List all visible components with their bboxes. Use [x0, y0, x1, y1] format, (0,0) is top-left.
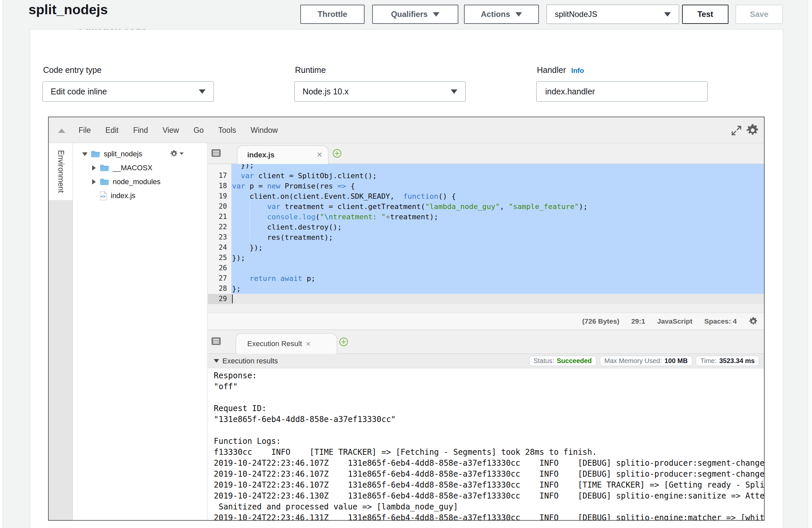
menu-item-view[interactable]: View — [162, 126, 179, 135]
code-line-content: client.on(client.Event.SDK_READY, functi… — [231, 191, 764, 201]
log-line: Request ID: — [214, 403, 764, 414]
chevron-open-icon[interactable] — [82, 151, 88, 157]
code-line-content: res(treatment); — [231, 232, 764, 243]
menu-item-find[interactable]: Find — [133, 126, 149, 135]
code-line-23[interactable]: 23 res(treatment); — [208, 232, 764, 243]
page-scrollbar-track[interactable] — [808, 0, 812, 528]
tree-item-node-modules[interactable]: node_modules — [73, 175, 207, 189]
code-line-20[interactable]: 20 var treatment = client.getTreatment("… — [208, 201, 764, 212]
chevron-down-icon — [664, 12, 671, 17]
test-event-select[interactable]: splitNodeJS — [547, 5, 679, 24]
execution-results-output[interactable]: Response:"off" Request ID:"131e865f-6eb4… — [208, 368, 764, 520]
tree-item-split-nodejs[interactable]: split_nodejs — [73, 147, 207, 161]
left-page-edge — [0, 0, 3, 528]
collapse-results-icon[interactable] — [214, 359, 219, 363]
code-area-filler — [208, 304, 764, 313]
log-line: "131e865f-6eb4-4dd8-858e-a37ef13330cc" — [214, 414, 764, 425]
code-line-partial: }); — [208, 164, 764, 171]
svg-text:<>: <> — [101, 194, 105, 199]
menu-item-file[interactable]: File — [78, 126, 91, 135]
environment-tab[interactable]: Environment — [49, 143, 73, 200]
chevron-closed-icon[interactable] — [91, 179, 97, 185]
tab-index-js-label: index.js — [247, 151, 274, 159]
save-label: Save — [750, 10, 768, 19]
code-line-content: return await p; — [231, 273, 764, 283]
tree-item--macosx[interactable]: __MACOSX — [73, 161, 207, 175]
tab-list-icon[interactable] — [211, 149, 221, 157]
code-entry-type-select[interactable]: Edit code inline — [42, 82, 214, 102]
tree-item-label: index.js — [111, 191, 135, 200]
line-number: 18 — [208, 181, 231, 191]
code-line-17[interactable]: 17 var client = SplitObj.client(); — [208, 171, 764, 181]
code-line-21[interactable]: 21 console.log("\ntreatment: "+treatment… — [208, 212, 764, 222]
tree-item-label: node_modules — [113, 178, 160, 186]
log-line: 2019-10-24T22:23:46.107Z 131e865f-6eb4-4… — [214, 480, 764, 490]
menu-item-go[interactable]: Go — [193, 126, 204, 135]
editor-settings-gear-icon[interactable] — [746, 123, 759, 137]
test-button[interactable]: Test — [682, 5, 728, 24]
code-line-25[interactable]: 25}); — [208, 253, 764, 263]
statusbar-gear-icon[interactable] — [749, 317, 758, 326]
badge-status-: Status:Succeeded — [529, 356, 597, 366]
menu-item-tools[interactable]: Tools — [218, 126, 237, 135]
new-tab-icon[interactable] — [339, 337, 348, 347]
close-icon[interactable]: × — [306, 340, 310, 348]
line-number: 19 — [208, 191, 231, 201]
environment-tab-label: Environment — [56, 150, 65, 193]
close-icon[interactable]: × — [317, 150, 322, 159]
line-number: 27 — [208, 273, 231, 283]
result-badges: Status:SucceededMax Memory Used:100 MBTi… — [529, 356, 759, 366]
tab-list-icon[interactable] — [211, 337, 221, 346]
menu-item-edit[interactable]: Edit — [105, 126, 119, 135]
tree-item-label: split_nodejs — [104, 150, 142, 158]
line-number: 28 — [208, 283, 231, 294]
code-line-18[interactable]: 18var p = new Promise(res => { — [208, 181, 764, 191]
code-editor-area[interactable]: });17 var client = SplitObj.client();18v… — [208, 164, 764, 313]
test-event-value: splitNodeJS — [555, 10, 597, 19]
code-line-29[interactable]: 29 — [208, 294, 764, 304]
badge-time-: Time:3523.34 ms — [696, 356, 759, 366]
line-number: 22 — [208, 222, 231, 232]
code-line-28[interactable]: 28}; — [208, 283, 764, 294]
chevron-closed-icon[interactable] — [91, 165, 97, 171]
folder-settings-gear-icon[interactable] — [170, 150, 184, 158]
log-line: 2019-10-24T22:23:46.131Z 131e865f-6eb4-4… — [214, 512, 764, 520]
save-button[interactable]: Save — [736, 5, 783, 24]
log-line: 2019-10-24T22:23:46.107Z 131e865f-6eb4-4… — [214, 458, 764, 469]
handler-input[interactable] — [545, 86, 699, 97]
new-tab-icon[interactable] — [332, 149, 342, 158]
tab-execution-result[interactable]: Execution Result × — [236, 333, 337, 354]
collapse-editor-icon[interactable] — [58, 129, 65, 133]
log-line: Function Logs: — [214, 436, 764, 447]
language-mode[interactable]: JavaScript — [657, 317, 692, 325]
file-tree: split_nodejs__MACOSXnode_modules<>index.… — [73, 143, 207, 520]
folder-icon — [90, 150, 100, 158]
code-line-content: }); — [231, 164, 764, 171]
qualifiers-button[interactable]: Qualifiers — [372, 5, 458, 24]
tab-index-js[interactable]: index.js × — [237, 145, 329, 164]
code-line-content: var p = new Promise(res => { — [231, 181, 764, 191]
menu-item-window[interactable]: Window — [250, 126, 278, 135]
code-line-content: }); — [231, 243, 764, 253]
actions-button[interactable]: Actions — [464, 5, 539, 24]
code-entry-type-label: Code entry type — [43, 65, 102, 75]
runtime-value: Node.js 10.x — [303, 87, 349, 97]
code-line-22[interactable]: 22 client.destroy(); — [208, 222, 764, 232]
code-line-26[interactable]: 26 — [208, 263, 764, 273]
line-number: 21 — [208, 212, 231, 222]
line-number: 25 — [208, 253, 231, 263]
indentation-setting[interactable]: Spaces: 4 — [704, 317, 737, 325]
code-line-19[interactable]: 19 client.on(client.Event.SDK_READY, fun… — [208, 191, 764, 201]
code-line-24[interactable]: 24 }); — [208, 243, 764, 253]
execution-results-title: Execution results — [222, 357, 278, 365]
throttle-button[interactable]: Throttle — [300, 5, 365, 24]
runtime-select[interactable]: Node.js 10.x — [294, 82, 466, 102]
handler-info-link[interactable]: Info — [571, 67, 584, 75]
code-line-27[interactable]: 27 return await p; — [208, 273, 764, 283]
line-number: 23 — [208, 232, 231, 243]
tree-item-index-js[interactable]: <>index.js — [73, 189, 207, 203]
file-size: (726 Bytes) — [582, 317, 620, 325]
fullscreen-icon[interactable] — [731, 125, 742, 136]
chevron-down-icon — [199, 89, 205, 94]
handler-label: Handler Info — [537, 65, 584, 75]
